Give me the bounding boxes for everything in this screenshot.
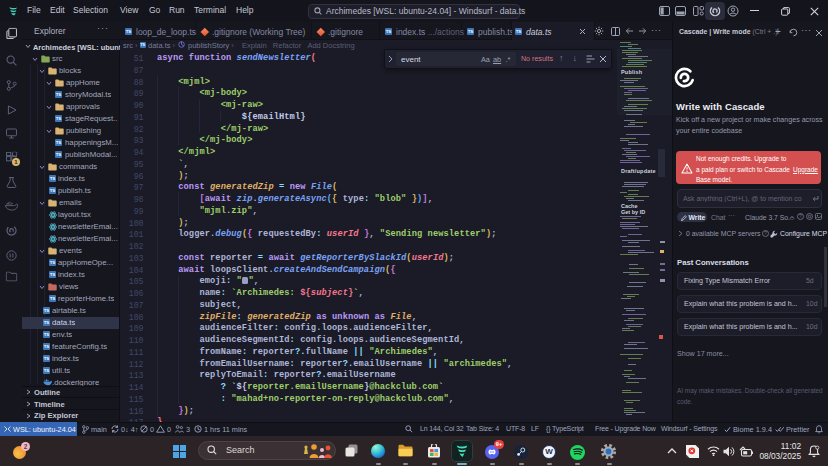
svg-text:?: ? [764, 231, 767, 236]
svg-text:?: ? [799, 214, 802, 219]
